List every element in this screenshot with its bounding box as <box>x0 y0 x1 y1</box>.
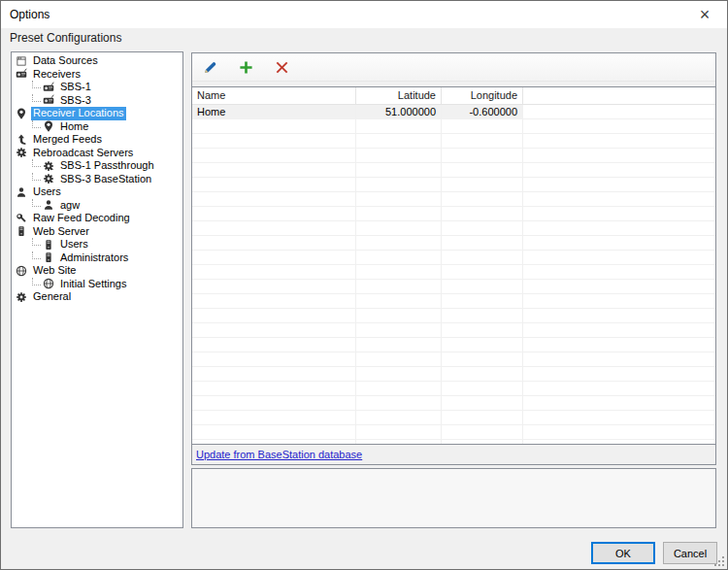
tree-item-label: Merged Feeds <box>31 133 104 147</box>
table-row-home[interactable]: Home51.000000-0.600000 <box>192 105 715 119</box>
table-row-empty <box>192 352 715 367</box>
tree-item-raw-feed-decoding[interactable]: Raw Feed Decoding <box>12 212 182 225</box>
cell-empty <box>442 382 523 395</box>
cell-longitude: -0.600000 <box>442 105 523 118</box>
tree-item-web-server[interactable]: Web Server <box>12 225 182 239</box>
tree-item-data-sources[interactable]: Data Sources <box>12 54 182 68</box>
cell-empty <box>442 149 523 162</box>
close-button[interactable]: × <box>682 1 727 28</box>
delete-button[interactable] <box>271 56 292 78</box>
tree-item-rebroadcast-servers[interactable]: Rebroadcast Servers <box>12 147 182 160</box>
tree-item-label: Receiver Locations <box>31 107 126 120</box>
tree-item-merged-feeds[interactable]: Merged Feeds <box>12 133 182 147</box>
tree-connector <box>32 94 41 102</box>
cell-empty <box>356 178 442 191</box>
cell-empty <box>442 396 523 410</box>
cell-filler <box>523 265 715 279</box>
cell-filler <box>523 149 715 162</box>
cell-empty <box>356 425 442 439</box>
cell-empty <box>442 280 523 293</box>
cell-empty <box>442 221 523 235</box>
column-header-latitude[interactable]: Latitude <box>356 87 442 105</box>
cell-empty <box>356 367 442 381</box>
cell-empty <box>192 221 356 235</box>
cell-empty <box>192 251 356 264</box>
cell-filler <box>523 411 715 424</box>
cell-filler <box>523 207 715 220</box>
cell-filler <box>523 134 715 148</box>
cell-filler <box>523 396 715 410</box>
column-header-longitude[interactable]: Longitude <box>442 87 523 105</box>
pencil-icon <box>203 60 217 75</box>
cell-empty <box>192 352 356 366</box>
cell-empty <box>192 163 356 177</box>
tree-item-users[interactable]: Users <box>12 238 182 251</box>
tree-item-label: Web Site <box>31 264 78 278</box>
update-from-basestation-link[interactable]: Update from BaseStation database <box>196 449 362 460</box>
tree-item-sbs-3-basestation[interactable]: SBS-3 BaseStation <box>12 173 182 186</box>
cell-filler <box>523 236 715 250</box>
tree-item-initial-settings[interactable]: Initial Settings <box>12 278 182 291</box>
tree-item-label: Data Sources <box>31 54 100 68</box>
cell-empty <box>192 382 356 395</box>
tree-connector <box>32 159 41 167</box>
table-row-empty <box>192 425 715 440</box>
pin-icon <box>43 120 54 132</box>
cell-empty <box>442 134 523 148</box>
cell-empty <box>192 309 356 322</box>
ok-button[interactable]: OK <box>591 542 655 564</box>
table-row-empty <box>192 119 715 134</box>
cell-empty <box>356 280 442 293</box>
cell-filler <box>523 338 715 352</box>
tree-item-sbs-1[interactable]: SBS-1 <box>12 81 182 94</box>
cell-empty <box>442 352 523 366</box>
tree-item-sbs-3[interactable]: SBS-3 <box>12 94 182 108</box>
tree-item-label: Administrators <box>58 251 130 265</box>
menu-item-preset-configurations[interactable]: Preset Configurations <box>4 29 127 47</box>
tree-item-label: Web Server <box>31 225 91 239</box>
cell-empty <box>442 178 523 191</box>
server-icon <box>43 251 54 263</box>
cell-empty <box>192 367 356 381</box>
tree-connector <box>32 199 41 207</box>
cell-empty <box>356 251 442 264</box>
table-row-empty <box>192 178 715 192</box>
cell-empty <box>442 192 523 206</box>
server-icon <box>16 225 27 237</box>
tree-item-home[interactable]: Home <box>12 120 182 134</box>
cell-empty <box>356 207 442 220</box>
tree-item-web-site[interactable]: Web Site <box>12 264 182 278</box>
decoder-icon <box>16 213 27 224</box>
tree-item-administrators[interactable]: Administrators <box>12 251 182 265</box>
window-title: Options <box>1 8 682 21</box>
tree-item-sbs-1-passthrough[interactable]: SBS-1 Passthrough <box>12 159 182 173</box>
table-row-empty <box>192 265 715 280</box>
cell-empty <box>192 396 356 410</box>
tree-item-general[interactable]: General <box>12 290 182 304</box>
cell-empty <box>192 323 356 337</box>
tree-item-receiver-locations[interactable]: Receiver Locations <box>12 107 182 120</box>
resize-grip-icon[interactable] <box>714 556 724 566</box>
tree-item-label: SBS-1 Passthrough <box>58 159 156 173</box>
cell-empty <box>442 265 523 279</box>
table-row-empty <box>192 411 715 425</box>
cancel-button[interactable]: Cancel <box>663 542 717 564</box>
cell-empty <box>356 396 442 410</box>
column-header-name[interactable]: Name <box>192 87 356 105</box>
cell-empty <box>356 294 442 308</box>
tree-item-receivers[interactable]: Receivers <box>12 68 182 82</box>
plus-icon <box>239 60 253 75</box>
tree-item-agw[interactable]: agw <box>12 199 182 213</box>
cell-filler <box>523 280 715 293</box>
tree-item-users[interactable]: Users <box>12 185 182 199</box>
table-row-empty <box>192 309 715 323</box>
table-row-empty <box>192 367 715 382</box>
cell-empty <box>442 163 523 177</box>
user-icon <box>43 199 54 211</box>
cell-empty <box>356 221 442 235</box>
table-row-empty <box>192 192 715 207</box>
edit-button[interactable] <box>199 56 220 78</box>
add-button[interactable] <box>235 56 256 78</box>
tree-connector <box>32 81 41 88</box>
cell-empty <box>442 411 523 424</box>
